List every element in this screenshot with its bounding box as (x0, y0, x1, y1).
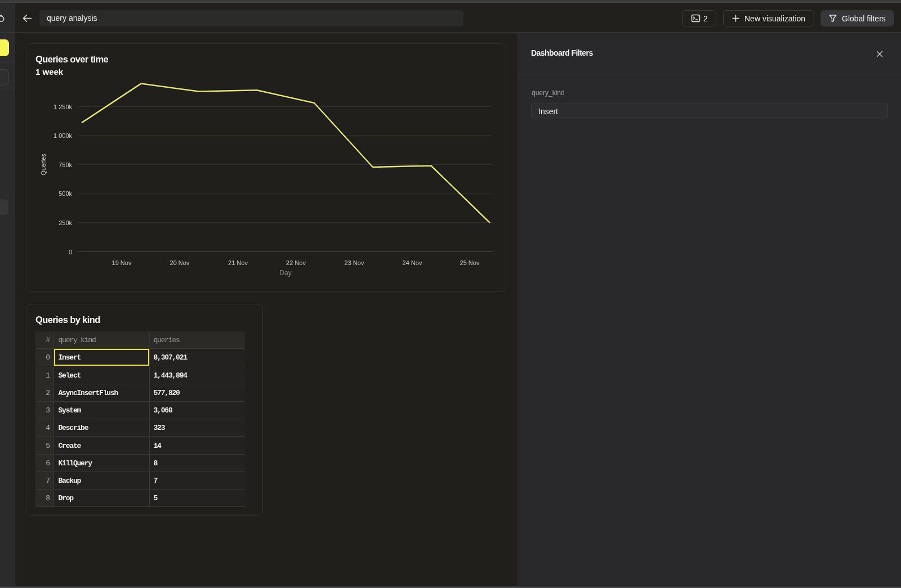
svg-text:Day: Day (279, 269, 291, 277)
svg-text:1 250k: 1 250k (53, 104, 73, 110)
svg-text:0: 0 (69, 249, 72, 255)
svg-text:21 Nov: 21 Nov (228, 259, 248, 266)
svg-text:Queries: Queries (40, 154, 47, 176)
svg-text:750k: 750k (59, 161, 72, 168)
svg-text:250k: 250k (59, 219, 72, 226)
svg-text:20 Nov: 20 Nov (170, 259, 190, 266)
svg-text:500k: 500k (59, 190, 72, 197)
svg-text:19 Nov: 19 Nov (112, 259, 132, 266)
svg-text:1 000k: 1 000k (53, 132, 73, 139)
svg-text:23 Nov: 23 Nov (345, 259, 364, 266)
svg-text:22 Nov: 22 Nov (286, 259, 306, 266)
svg-text:25 Nov: 25 Nov (460, 259, 480, 266)
svg-text:24 Nov: 24 Nov (403, 259, 422, 266)
